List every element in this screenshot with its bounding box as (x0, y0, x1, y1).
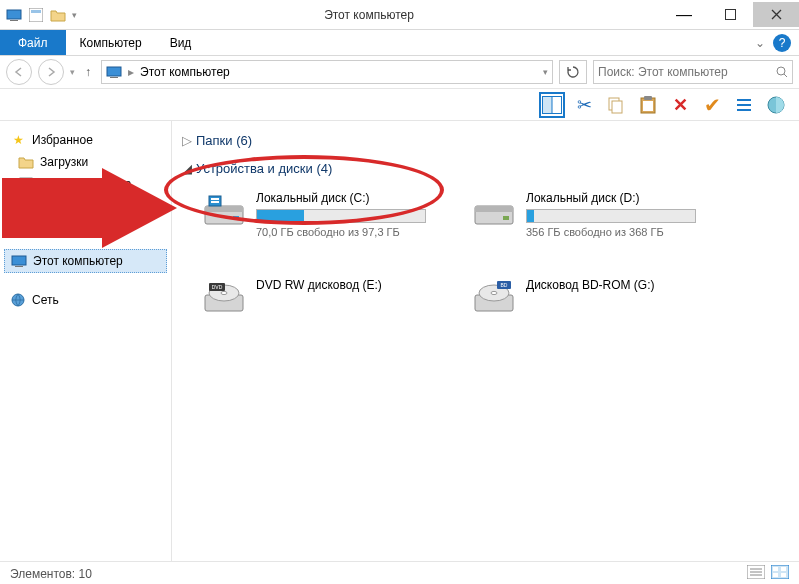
svg-rect-29 (475, 206, 513, 212)
delete-button[interactable]: ✕ (667, 92, 693, 118)
sidebar-this-pc[interactable]: Этот компьютер (4, 249, 167, 273)
capacity-bar (526, 209, 696, 223)
drive-label: Дисковод BD-ROM (G:) (526, 278, 712, 292)
list-button[interactable] (731, 92, 757, 118)
large-icons-view-icon[interactable] (771, 565, 789, 582)
svg-rect-3 (31, 10, 41, 13)
new-folder-icon[interactable] (50, 7, 66, 23)
back-button[interactable] (6, 59, 32, 85)
svg-rect-4 (725, 10, 735, 20)
svg-rect-11 (612, 101, 622, 113)
svg-rect-47 (781, 573, 786, 577)
main-area: ★ Избранное Загрузки Недавние места (0, 121, 799, 561)
svg-rect-30 (503, 216, 509, 220)
status-elements: Элементов: 10 (10, 567, 92, 581)
search-box[interactable] (593, 60, 793, 84)
svg-text:BD: BD (501, 282, 508, 288)
capacity-bar (256, 209, 426, 223)
drive-label: DVD RW дисковод (E:) (256, 278, 442, 292)
cut-button[interactable]: ✂ (571, 92, 597, 118)
computer-icon (6, 7, 22, 23)
svg-rect-19 (12, 256, 26, 265)
close-button[interactable] (753, 2, 799, 27)
svg-rect-23 (205, 206, 243, 212)
chevron-down-icon: ◢ (182, 161, 192, 176)
folder-icon (18, 154, 34, 170)
refresh-button[interactable] (559, 60, 587, 84)
sidebar-recent[interactable]: Недавние места (4, 173, 167, 195)
maximize-button[interactable] (707, 2, 753, 27)
address-bar: ▾ ↑ ▸ Этот компьютер ▾ (0, 56, 799, 89)
svg-text:DVD: DVD (212, 284, 223, 290)
sidebar-downloads[interactable]: Загрузки (4, 151, 167, 173)
properties-icon[interactable] (28, 7, 44, 23)
svg-rect-45 (781, 567, 786, 571)
file-tab[interactable]: Файл (0, 30, 66, 55)
preview-pane-button[interactable] (539, 92, 565, 118)
svg-point-38 (491, 291, 497, 294)
sidebar-homegroup[interactable]: Домашняя группа (4, 211, 167, 233)
sidebar-network[interactable]: Сеть (4, 289, 167, 311)
drive-bd[interactable]: BD Дисковод BD-ROM (G:) (472, 278, 712, 318)
svg-rect-5 (107, 67, 121, 76)
drive-label: Локальный диск (D:) (526, 191, 712, 205)
svg-rect-16 (20, 178, 32, 190)
search-icon (775, 65, 788, 79)
svg-point-18 (18, 219, 24, 225)
shell-button[interactable] (763, 92, 789, 118)
quick-access-toolbar: ▾ (0, 7, 77, 23)
recent-locations-icon[interactable]: ▾ (70, 67, 75, 77)
up-button[interactable]: ↑ (81, 65, 95, 79)
drive-free-text: 356 ГБ свободно из 368 ГБ (526, 226, 712, 238)
computer-icon-small (106, 64, 122, 80)
svg-rect-46 (773, 573, 778, 577)
star-icon: ★ (10, 132, 26, 148)
details-view-icon[interactable] (747, 565, 765, 582)
navigation-pane: ★ Избранное Загрузки Недавние места (0, 121, 172, 561)
section-devices[interactable]: ◢ Устройства и диски (4) (182, 155, 789, 183)
view-tab[interactable]: Вид (156, 30, 206, 55)
hdd-icon (472, 191, 516, 231)
recent-icon (18, 176, 34, 192)
content-pane: ▷ Папки (6) ◢ Устройства и диски (4) Лок… (172, 121, 799, 561)
svg-rect-26 (211, 198, 219, 200)
copy-button[interactable] (603, 92, 629, 118)
drive-d[interactable]: Локальный диск (D:) 356 ГБ свободно из 3… (472, 191, 712, 238)
drive-label: Локальный диск (C:) (256, 191, 442, 205)
svg-rect-24 (233, 216, 239, 220)
help-icon[interactable]: ? (773, 34, 791, 52)
drive-c[interactable]: Локальный диск (C:) 70,0 ГБ свободно из … (202, 191, 442, 238)
svg-rect-6 (110, 77, 118, 78)
svg-point-7 (777, 67, 785, 75)
ribbon-expand-icon[interactable]: ⌄ (755, 36, 765, 50)
drive-dvd[interactable]: DVD DVD RW дисковод (E:) (202, 278, 442, 318)
search-input[interactable] (598, 65, 775, 79)
homegroup-icon (10, 214, 26, 230)
svg-rect-27 (211, 201, 219, 203)
chevron-right-icon: ▷ (182, 133, 192, 148)
address-field[interactable]: ▸ Этот компьютер ▾ (101, 60, 553, 84)
computer-tab[interactable]: Компьютер (66, 30, 156, 55)
network-icon (10, 292, 26, 308)
status-bar: Элементов: 10 (0, 561, 799, 584)
paste-button[interactable] (635, 92, 661, 118)
hdd-icon (202, 191, 246, 231)
window-title: Этот компьютер (77, 8, 661, 22)
ribbon-tabs: Файл Компьютер Вид ⌄ ? (0, 30, 799, 56)
forward-button[interactable] (38, 59, 64, 85)
bd-icon: BD (472, 278, 516, 318)
svg-rect-20 (15, 266, 23, 267)
minimize-button[interactable]: — (661, 2, 707, 27)
svg-point-17 (12, 219, 18, 225)
svg-rect-0 (7, 10, 21, 19)
address-dropdown-icon[interactable]: ▾ (543, 67, 548, 77)
svg-rect-14 (643, 101, 653, 111)
computer-icon (11, 253, 27, 269)
section-folders[interactable]: ▷ Папки (6) (182, 127, 789, 155)
check-button[interactable]: ✔ (699, 92, 725, 118)
drive-free-text: 70,0 ГБ свободно из 97,3 ГБ (256, 226, 442, 238)
drive-grid: Локальный диск (C:) 70,0 ГБ свободно из … (182, 183, 789, 332)
svg-rect-13 (644, 96, 652, 100)
sidebar-favorites[interactable]: ★ Избранное (4, 129, 167, 151)
address-path: Этот компьютер (140, 65, 537, 79)
